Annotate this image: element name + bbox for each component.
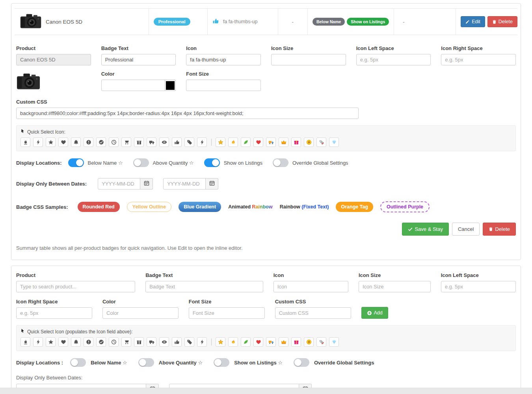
color-input[interactable] <box>102 307 179 319</box>
quick-icon-bolt[interactable] <box>33 138 43 147</box>
icon-right-space-input[interactable] <box>16 307 92 319</box>
custom-css-label: Custom CSS <box>275 299 351 305</box>
quick-icon-tag-label[interactable] <box>316 138 326 147</box>
icon-size-input[interactable] <box>271 54 346 65</box>
quick-icon-coin-bolt[interactable] <box>304 138 314 147</box>
quick-icon-truck-delivery[interactable] <box>266 337 276 347</box>
toggle-above-quantity[interactable] <box>138 358 154 367</box>
quick-icon-star[interactable] <box>46 138 56 147</box>
quick-icon-fire-flame[interactable] <box>228 138 238 147</box>
sample-rainbow-fixed-text[interactable]: Rainbow (Fixed Text) <box>280 204 329 210</box>
quick-icon-eye[interactable] <box>159 337 169 347</box>
quick-icon-check-circle[interactable] <box>96 138 106 147</box>
toggle-above-quantity[interactable] <box>133 158 149 167</box>
quick-icon-bolt[interactable] <box>33 337 43 347</box>
quick-icon-tag[interactable] <box>184 337 194 347</box>
cancel-button[interactable]: Cancel <box>452 223 480 236</box>
badge-text-input[interactable] <box>145 281 263 292</box>
calendar-button[interactable] <box>140 178 153 190</box>
color-picker-swatch[interactable] <box>165 80 176 91</box>
schedule-dates-row: Display Only Between Dates: <box>16 178 516 190</box>
toggle-below-name[interactable] <box>70 358 86 367</box>
quick-icon-crown-gold[interactable] <box>279 337 288 347</box>
calendar-button[interactable] <box>206 178 218 190</box>
toggle-override-global[interactable] <box>294 358 309 367</box>
quick-icon-leaf-green[interactable] <box>241 337 251 347</box>
quick-icon-fire-flame[interactable] <box>228 337 238 347</box>
sample-yellow-outline[interactable]: Yellow Outline <box>127 202 171 212</box>
sample-orange-tag[interactable]: Orange Tag <box>336 202 373 212</box>
quick-icon-diamond-blue[interactable] <box>329 138 339 147</box>
delete-badge-button[interactable]: Delete <box>483 223 516 236</box>
toggle-show-on-listings[interactable] <box>204 158 220 167</box>
quick-icon-star-gold[interactable] <box>216 138 225 147</box>
sample-animated-rainbow[interactable]: Animated Rainbow <box>228 204 273 210</box>
quick-icon-gift-pink[interactable] <box>291 337 301 347</box>
quick-icon-tag[interactable] <box>184 138 194 147</box>
field-color: Color <box>102 299 179 319</box>
quick-icon-truck[interactable] <box>147 138 156 147</box>
quick-icon-clock[interactable] <box>109 337 119 347</box>
toggle-override-global[interactable] <box>273 158 288 167</box>
quick-icon-gift[interactable] <box>134 337 144 347</box>
quick-icon-eye[interactable] <box>159 138 169 147</box>
quick-icon-shopping-cart[interactable] <box>121 138 131 147</box>
sample-blue-gradient[interactable]: Blue Gradient <box>179 202 221 212</box>
quick-icon-shopping-cart[interactable] <box>121 337 131 347</box>
quick-icon-gift-pink[interactable] <box>291 138 301 147</box>
custom-css-input[interactable] <box>275 307 351 319</box>
font-size-input[interactable] <box>186 80 261 91</box>
quick-icon-check-circle[interactable] <box>96 337 106 347</box>
quick-icon-fire[interactable] <box>20 337 30 347</box>
trash-icon <box>489 227 493 231</box>
quick-icon-exclamation-circle[interactable] <box>84 138 93 147</box>
quick-select-icon-panel: Quick Select Icon: <box>16 125 516 151</box>
schedule-start-input[interactable] <box>98 178 140 190</box>
product-search-input[interactable] <box>16 281 135 292</box>
quick-icon-bell[interactable] <box>71 138 81 147</box>
sample-rounded-red[interactable]: Rounded Red <box>78 202 120 212</box>
field-icon: Icon <box>273 272 348 292</box>
icon-right-space-input[interactable] <box>441 54 516 65</box>
save-and-stay-button[interactable]: Save & Stay <box>402 223 449 236</box>
schedule-end-input[interactable] <box>163 178 206 190</box>
quick-icon-clock[interactable] <box>109 138 119 147</box>
quick-icon-thumbs-up[interactable] <box>172 138 182 147</box>
icon-input[interactable] <box>186 54 261 65</box>
quick-icon-exclamation-circle[interactable] <box>84 337 93 347</box>
toggle-below-name[interactable] <box>68 158 84 167</box>
edit-button[interactable]: Edit <box>461 16 485 27</box>
quick-icon-crown-gold[interactable] <box>279 138 288 147</box>
quick-icon-coin-bolt[interactable] <box>304 337 314 347</box>
quick-icon-fire[interactable] <box>20 138 30 147</box>
quick-icon-heart[interactable] <box>58 337 68 347</box>
quick-icon-gift[interactable] <box>134 138 144 147</box>
quick-icon-thumbs-up[interactable] <box>172 337 182 347</box>
font-size-input[interactable] <box>189 307 265 319</box>
icon-left-space-input[interactable] <box>441 281 516 292</box>
toggle-show-on-listings[interactable] <box>214 358 229 367</box>
quick-icon-flash[interactable] <box>197 337 207 347</box>
quick-icon-heart-red[interactable] <box>253 138 263 147</box>
color-input[interactable] <box>101 80 166 91</box>
icon-left-space-input[interactable] <box>356 54 431 65</box>
quick-icon-star-gold[interactable] <box>216 337 225 347</box>
custom-css-input[interactable] <box>16 108 359 119</box>
quick-icon-tag-label[interactable] <box>316 337 326 347</box>
delete-button[interactable]: Delete <box>487 16 517 27</box>
sample-outlined-purple[interactable]: Outlined Purple <box>380 201 430 212</box>
icon-size-input[interactable] <box>359 281 431 292</box>
quick-icon-flash[interactable] <box>197 138 207 147</box>
quick-icon-truck[interactable] <box>147 337 156 347</box>
quick-icon-leaf-green[interactable] <box>241 138 251 147</box>
icon-input[interactable] <box>273 281 348 292</box>
badge-text-input[interactable] <box>101 54 176 65</box>
table-cell-badge: Professional <box>149 9 208 35</box>
quick-icon-heart[interactable] <box>58 138 68 147</box>
quick-icon-star[interactable] <box>46 337 56 347</box>
quick-icon-bell[interactable] <box>71 337 81 347</box>
quick-icon-heart-red[interactable] <box>253 337 263 347</box>
quick-icon-truck-delivery[interactable] <box>266 138 276 147</box>
quick-icon-diamond-blue[interactable] <box>329 337 339 347</box>
add-badge-button[interactable]: Add <box>361 307 388 319</box>
